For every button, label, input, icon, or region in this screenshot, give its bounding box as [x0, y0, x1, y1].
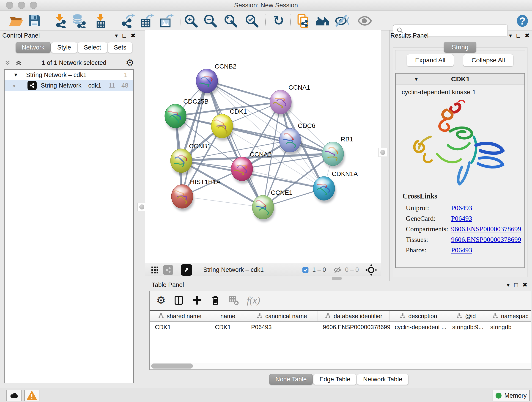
tree-expanded-icon[interactable]: ▼: [13, 72, 18, 78]
cell-namespac[interactable]: stringdb: [485, 322, 531, 332]
save-session-icon[interactable]: [27, 13, 42, 28]
import-network-from-database-icon[interactable]: [71, 13, 86, 28]
crosslink-link[interactable]: P06493: [451, 246, 472, 254]
table-row[interactable]: CDK1CDK1P064939606.ENSP00000378699cyclin…: [150, 322, 531, 332]
column-header-canonical-name[interactable]: canonical name: [246, 311, 318, 321]
refresh-icon[interactable]: ↻: [271, 13, 286, 28]
panel-close-icon[interactable]: ✖: [522, 281, 527, 288]
open-session-icon[interactable]: [9, 13, 23, 28]
tab-node-table[interactable]: Node Table: [269, 374, 313, 385]
export-network-icon[interactable]: [120, 13, 135, 28]
show-hide-eye-icon[interactable]: [357, 13, 372, 28]
delete-table-icon[interactable]: [228, 295, 239, 306]
column-header-database-identifier[interactable]: database identifier: [318, 311, 390, 321]
expand-all-chevron-icon[interactable]: [15, 59, 22, 67]
collapse-all-button[interactable]: Collapse All: [463, 54, 513, 66]
node-entry-header[interactable]: ▼ CDK1: [396, 74, 525, 85]
collection-count: 1: [124, 71, 127, 79]
table-options-gear-icon[interactable]: ⚙: [156, 295, 166, 305]
column-header-description[interactable]: description: [390, 311, 447, 321]
show-columns-icon[interactable]: [173, 295, 184, 306]
tab-style[interactable]: Style: [51, 42, 77, 53]
network-canvas[interactable]: CCNB2CCNA1CDC25BCDK1CDC6RB1CCNB1CCNA2CDK…: [145, 30, 381, 263]
pan-crosshair-icon[interactable]: [365, 264, 377, 276]
string-view-icon[interactable]: [163, 265, 173, 275]
cell-shared-name[interactable]: CDK1: [150, 322, 210, 332]
entry-collapse-icon[interactable]: ▼: [413, 76, 419, 82]
hide-graphics-details-icon[interactable]: [335, 13, 349, 28]
panel-float-icon[interactable]: □: [122, 32, 126, 39]
table-panel: Table Panel ▾ □ ✖ ⚙ f(x) shared namename…: [148, 281, 530, 387]
zoom-out-icon[interactable]: [203, 13, 218, 28]
horizontal-splitter-handle[interactable]: [332, 277, 342, 280]
zoom-selected-icon[interactable]: [244, 13, 259, 28]
network-row[interactable]: ● String Network – cdk1 11 48: [5, 80, 133, 91]
cell-name[interactable]: CDK1: [210, 322, 246, 332]
collapse-all-chevron-icon[interactable]: [4, 59, 12, 67]
column-header-shared-name[interactable]: shared name: [150, 311, 210, 321]
table-header-row: shared namenamecanonical namedatabase id…: [150, 311, 531, 322]
column-tree-icon: [325, 313, 331, 319]
cell--id[interactable]: stringdb:9...: [447, 322, 485, 332]
export-table-icon[interactable]: [140, 13, 154, 28]
tab-edge-table[interactable]: Edge Table: [313, 374, 356, 385]
crosslink-row: Pharos:P06493: [403, 245, 525, 255]
vertical-splitter[interactable]: [388, 30, 390, 281]
column-header--id[interactable]: @id: [447, 311, 485, 321]
crosslink-link[interactable]: P06493: [451, 204, 472, 212]
crosslink-row: Compartments:9606.ENSP00000378699: [403, 224, 525, 234]
panel-collapse-icon[interactable]: ▾: [507, 281, 510, 288]
tab-select[interactable]: Select: [78, 42, 107, 53]
node-count: 11: [109, 82, 115, 89]
panel-close-icon[interactable]: ✖: [525, 32, 530, 39]
warnings-button[interactable]: [24, 390, 39, 401]
expand-all-button[interactable]: Expand All: [407, 54, 454, 66]
column-header-namespac[interactable]: namespac: [485, 311, 531, 321]
delete-column-trash-icon[interactable]: [210, 295, 221, 306]
crosslink-link[interactable]: P06493: [451, 215, 472, 222]
tab-string[interactable]: String: [444, 42, 476, 53]
panel-close-icon[interactable]: ✖: [131, 32, 136, 39]
panel-float-icon[interactable]: □: [516, 32, 520, 39]
title-bar: Session: New Session: [0, 0, 532, 11]
help-icon[interactable]: ?: [515, 13, 530, 28]
selected-checkbox-icon[interactable]: [302, 266, 309, 274]
right-splitter-handle[interactable]: [379, 148, 387, 157]
panel-float-icon[interactable]: □: [514, 281, 518, 288]
crosslink-link[interactable]: 9606.ENSP00000378699: [451, 225, 521, 233]
panel-collapse-icon[interactable]: ▾: [509, 32, 512, 39]
tab-sets[interactable]: Sets: [108, 42, 133, 53]
zoom-in-icon[interactable]: [184, 13, 198, 28]
cloud-button[interactable]: [6, 390, 22, 401]
crosslink-link[interactable]: 9606.ENSP00000378699: [451, 236, 521, 243]
scrollbar-thumb[interactable]: [151, 364, 193, 369]
network-collection-row[interactable]: ▼ String Network – cdk1 1: [5, 70, 133, 80]
network-options-gear-icon[interactable]: ⚙: [126, 58, 134, 68]
grid-view-icon[interactable]: [151, 266, 159, 274]
column-tree-icon: [257, 313, 263, 319]
tab-network[interactable]: Network: [16, 42, 51, 53]
node-table-box: ⚙ f(x) shared namenamecanonical namedata…: [149, 291, 531, 370]
tab-network-table[interactable]: Network Table: [357, 374, 409, 385]
node-CCNB2: CCNB2: [196, 63, 236, 96]
show-all-views-icon[interactable]: [315, 13, 330, 28]
import-table-from-file-icon[interactable]: [93, 13, 108, 28]
panel-collapse-icon[interactable]: ▾: [115, 32, 118, 39]
table-tabs: Node TableEdge TableNetwork Table: [148, 374, 530, 385]
hidden-eye-slash-icon[interactable]: [334, 267, 342, 274]
cell-description[interactable]: cyclin-dependent ...: [390, 322, 447, 332]
export-image-icon[interactable]: [159, 13, 174, 28]
import-network-from-file-icon[interactable]: [53, 13, 67, 28]
left-splitter-handle[interactable]: [138, 203, 146, 211]
memory-button[interactable]: Memory: [493, 390, 530, 401]
birdseye-view-icon[interactable]: [181, 264, 192, 276]
toolbar-divider: [181, 14, 181, 27]
zoom-fit-icon[interactable]: [223, 13, 238, 28]
create-column-plus-icon[interactable]: [192, 295, 202, 306]
function-builder-icon[interactable]: f(x): [247, 295, 260, 306]
column-header-name[interactable]: name: [210, 311, 246, 321]
column-tree-icon: [492, 313, 498, 319]
cell-canonical-name[interactable]: P06493: [246, 322, 318, 332]
network-snapshot-icon[interactable]: [296, 13, 310, 28]
cell-database-identifier[interactable]: 9606.ENSP00000378699: [318, 322, 390, 332]
